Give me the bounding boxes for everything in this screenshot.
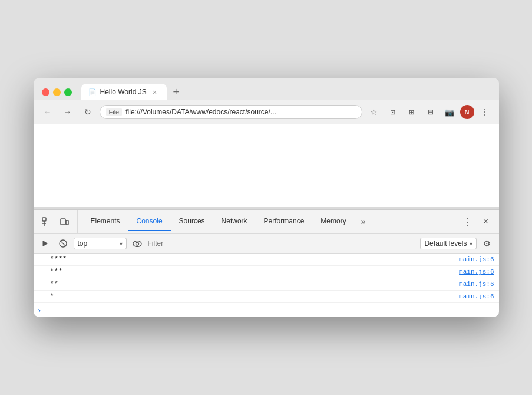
console-text: *** (50, 268, 63, 276)
devtools-tabs: Elements Console Sources Network Perform… (82, 212, 459, 231)
console-row: ** main.js:6 (34, 278, 499, 291)
devtools-settings-button[interactable]: ⋮ (459, 213, 475, 230)
console-link[interactable]: main.js:6 (459, 293, 494, 300)
bookmark-button[interactable]: ☆ (366, 104, 382, 120)
run-script-button[interactable] (38, 236, 52, 251)
console-row: **** main.js:6 (34, 254, 499, 266)
tab-bar: 📄 Hello World JS × + (81, 84, 491, 100)
more-tabs-button[interactable]: » (355, 212, 372, 231)
svg-point-10 (136, 242, 138, 245)
console-link[interactable]: main.js:6 (459, 268, 494, 275)
tab-sources[interactable]: Sources (171, 212, 213, 231)
title-bar: 📄 Hello World JS × + (34, 78, 499, 100)
tab-close-button[interactable]: × (150, 87, 160, 97)
nav-icons-right: ☆ ⊡ ⊞ ⊟ 📷 N ⋮ (366, 104, 493, 120)
cast-button[interactable]: ⊟ (422, 104, 439, 120)
page-content (34, 124, 499, 207)
url-text: file:///Volumes/DATA/www/edocs/react/sou… (125, 108, 276, 116)
tab-elements[interactable]: Elements (82, 212, 128, 231)
svg-marker-5 (43, 241, 48, 246)
device-toggle-button[interactable] (56, 213, 72, 230)
clear-console-button[interactable] (56, 236, 70, 251)
console-row: *** main.js:6 (34, 266, 499, 278)
media-route-button[interactable]: ⊡ (385, 104, 401, 120)
console-prompt[interactable]: › (34, 303, 499, 317)
console-link[interactable]: main.js:6 (459, 256, 494, 263)
scheme-badge: File (106, 108, 123, 116)
tab-title: Hello World JS (100, 88, 147, 96)
console-link[interactable]: main.js:6 (459, 281, 494, 288)
default-levels-arrow: ▾ (470, 241, 472, 247)
tab-page-icon: 📄 (88, 88, 97, 96)
console-text: ** (50, 280, 58, 288)
svg-line-8 (60, 241, 66, 246)
minimize-button[interactable] (53, 88, 61, 96)
console-output: **** main.js:6 *** main.js:6 ** main.js:… (34, 254, 499, 303)
svg-rect-3 (61, 219, 65, 225)
forward-button[interactable]: → (60, 104, 76, 120)
default-levels-dropdown[interactable]: Default levels ▾ (420, 238, 476, 249)
devtools-header: Elements Console Sources Network Perform… (34, 210, 499, 234)
devtools-panel: Elements Console Sources Network Perform… (34, 209, 499, 317)
context-selector[interactable]: top ▾ (74, 238, 127, 249)
new-tab-button[interactable]: + (168, 84, 184, 100)
console-toolbar: top ▾ Default levels ▾ ⚙ (34, 234, 499, 254)
account-avatar[interactable]: N (460, 105, 474, 119)
browser-window: 📄 Hello World JS × + ← → ↻ File file:///… (34, 78, 499, 317)
active-tab[interactable]: 📄 Hello World JS × (81, 84, 167, 100)
tab-memory[interactable]: Memory (312, 212, 354, 231)
console-text: **** (50, 255, 67, 264)
tab-console[interactable]: Console (128, 212, 171, 231)
devtools-icons-right: ⋮ × (459, 213, 494, 230)
close-devtools-button[interactable]: × (478, 213, 494, 230)
svg-rect-4 (66, 220, 68, 225)
devtools-icons-left (38, 210, 78, 233)
console-text: * (50, 292, 54, 301)
camera-button[interactable]: 📷 (441, 104, 458, 120)
inspect-element-button[interactable] (38, 213, 55, 230)
svg-rect-0 (42, 218, 46, 221)
svg-point-9 (133, 241, 141, 246)
traffic-lights (42, 88, 72, 96)
nav-bar: ← → ↻ File file:///Volumes/DATA/www/edoc… (34, 100, 499, 124)
back-button[interactable]: ← (39, 104, 56, 120)
eye-icon-button[interactable] (130, 236, 144, 251)
default-levels-label: Default levels (424, 239, 467, 248)
more-options-button[interactable]: ⋮ (477, 104, 493, 120)
extension-button[interactable]: ⊞ (404, 104, 420, 120)
context-value: top (78, 239, 88, 248)
context-dropdown-icon: ▾ (120, 241, 123, 247)
close-button[interactable] (42, 88, 49, 96)
console-row: * main.js:6 (34, 291, 499, 303)
prompt-arrow-icon: › (38, 305, 41, 315)
maximize-button[interactable] (64, 88, 72, 96)
filter-input[interactable] (148, 239, 417, 248)
refresh-button[interactable]: ↻ (80, 104, 96, 120)
address-bar[interactable]: File file:///Volumes/DATA/www/edocs/reac… (100, 105, 362, 119)
tab-performance[interactable]: Performance (256, 212, 313, 231)
tab-network[interactable]: Network (213, 212, 256, 231)
console-settings-button[interactable]: ⚙ (480, 236, 494, 251)
